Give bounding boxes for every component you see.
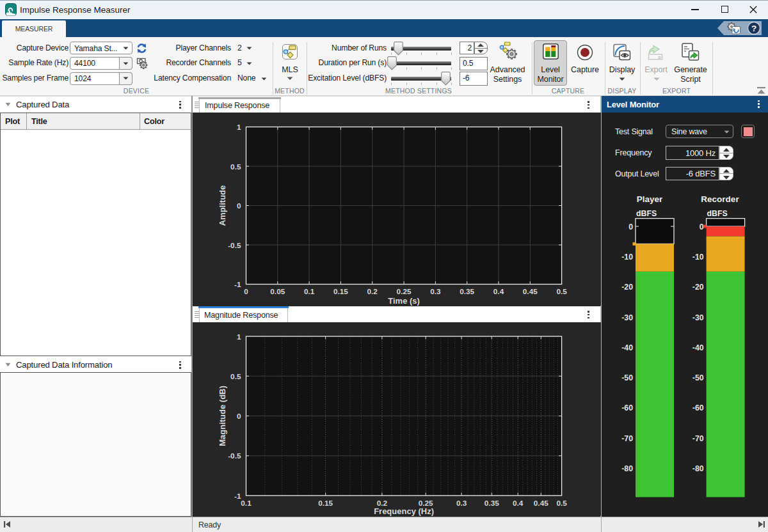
svg-text:-1: -1 (234, 492, 241, 501)
svg-text:-0.5: -0.5 (228, 241, 241, 250)
svg-text:0.15: 0.15 (333, 287, 348, 296)
svg-text:0: 0 (628, 223, 633, 231)
svg-text:0.35: 0.35 (484, 499, 499, 508)
svg-text:1: 1 (237, 123, 241, 132)
svg-text:0.1: 0.1 (304, 287, 315, 296)
svg-text:0.5: 0.5 (230, 372, 241, 381)
svg-text:-30: -30 (692, 313, 704, 322)
svg-text:0.5: 0.5 (556, 287, 567, 296)
svg-text:-10: -10 (692, 253, 704, 262)
svg-text:-10: -10 (621, 253, 633, 262)
svg-text:-40: -40 (621, 343, 633, 352)
svg-text:-60: -60 (621, 403, 633, 412)
svg-text:-50: -50 (621, 373, 633, 382)
svg-text:0.45: 0.45 (523, 287, 538, 296)
svg-text:Magnitude (dB): Magnitude (dB) (218, 386, 227, 446)
svg-text:0.15: 0.15 (318, 499, 333, 508)
svg-text:0: 0 (237, 201, 241, 210)
svg-text:-0.5: -0.5 (228, 451, 241, 460)
svg-text:0.5: 0.5 (230, 162, 241, 171)
svg-text:0: 0 (244, 287, 248, 296)
svg-text:Time (s): Time (s) (388, 296, 420, 306)
svg-text:-50: -50 (692, 373, 704, 382)
svg-text:0.05: 0.05 (270, 287, 285, 296)
svg-text:dBFS: dBFS (636, 209, 657, 218)
svg-text:-1: -1 (234, 280, 241, 289)
svg-text:-80: -80 (692, 464, 704, 473)
svg-text:Player: Player (637, 194, 663, 204)
svg-text:-80: -80 (621, 464, 633, 473)
svg-text:dBFS: dBFS (707, 209, 728, 218)
svg-text:0.25: 0.25 (397, 287, 412, 296)
svg-text:0: 0 (700, 223, 704, 231)
svg-text:0.4: 0.4 (493, 287, 504, 296)
svg-text:Recorder: Recorder (701, 194, 739, 204)
svg-text:-20: -20 (621, 283, 633, 292)
svg-text:0.2: 0.2 (367, 287, 378, 296)
svg-text:-40: -40 (692, 343, 704, 352)
svg-text:0.35: 0.35 (460, 287, 474, 296)
svg-text:0.3: 0.3 (456, 499, 467, 508)
svg-text:0.45: 0.45 (534, 499, 548, 508)
svg-text:-70: -70 (621, 434, 633, 443)
svg-text:0.1: 0.1 (241, 499, 252, 508)
svg-text:Amplitude: Amplitude (218, 185, 227, 226)
svg-text:0.4: 0.4 (513, 499, 524, 508)
svg-text:Frequency (Hz): Frequency (Hz) (374, 506, 434, 516)
svg-text:-70: -70 (692, 434, 704, 443)
svg-text:1: 1 (237, 332, 241, 341)
svg-text:0: 0 (237, 412, 241, 421)
svg-text:?: ? (751, 24, 756, 33)
svg-text:-30: -30 (621, 313, 633, 322)
svg-text:0.5: 0.5 (556, 499, 567, 508)
svg-text:-20: -20 (692, 283, 704, 292)
svg-text:-60: -60 (692, 403, 704, 412)
svg-text:0.3: 0.3 (430, 287, 441, 296)
